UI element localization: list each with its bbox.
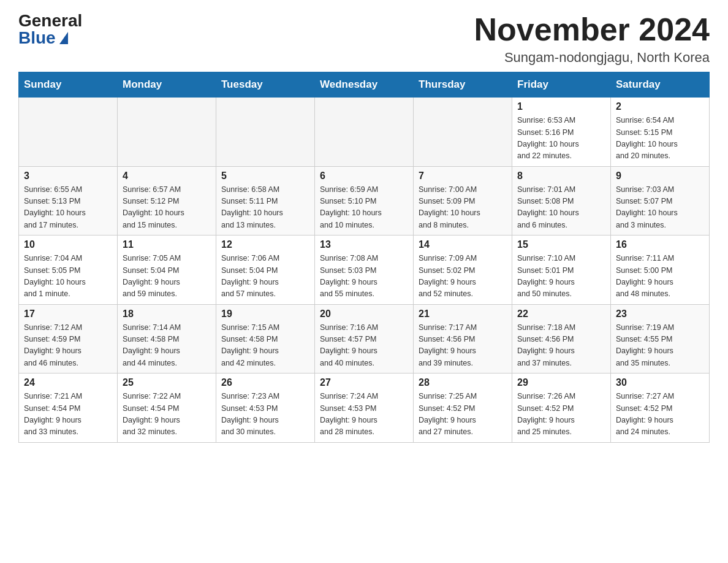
calendar-cell: 8Sunrise: 7:01 AMSunset: 5:08 PMDaylight… <box>512 166 611 236</box>
calendar-cell <box>315 98 414 167</box>
calendar-cell: 24Sunrise: 7:21 AMSunset: 4:54 PMDayligh… <box>19 373 118 443</box>
weekday-header-tuesday: Tuesday <box>216 72 315 98</box>
weekday-header-wednesday: Wednesday <box>315 72 414 98</box>
day-info: Sunrise: 7:08 AMSunset: 5:03 PMDaylight:… <box>320 253 408 301</box>
day-info: Sunrise: 6:59 AMSunset: 5:10 PMDaylight:… <box>320 184 408 232</box>
week-row-4: 17Sunrise: 7:12 AMSunset: 4:59 PMDayligh… <box>19 304 710 373</box>
calendar-cell: 26Sunrise: 7:23 AMSunset: 4:53 PMDayligh… <box>216 373 315 443</box>
day-info: Sunrise: 7:17 AMSunset: 4:56 PMDaylight:… <box>419 322 507 370</box>
day-info: Sunrise: 7:23 AMSunset: 4:53 PMDaylight:… <box>221 391 309 439</box>
day-number: 28 <box>419 377 507 388</box>
day-number: 7 <box>419 170 507 182</box>
calendar-cell: 16Sunrise: 7:11 AMSunset: 5:00 PMDayligh… <box>611 236 710 305</box>
day-info: Sunrise: 7:06 AMSunset: 5:04 PMDaylight:… <box>221 253 309 301</box>
calendar-cell: 5Sunrise: 6:58 AMSunset: 5:11 PMDaylight… <box>216 166 315 236</box>
day-number: 15 <box>517 239 605 250</box>
day-number: 29 <box>517 377 605 388</box>
calendar-cell: 3Sunrise: 6:55 AMSunset: 5:13 PMDaylight… <box>19 166 118 236</box>
day-number: 13 <box>320 239 408 250</box>
day-number: 6 <box>320 170 408 182</box>
day-number: 20 <box>320 308 408 320</box>
calendar-cell: 13Sunrise: 7:08 AMSunset: 5:03 PMDayligh… <box>315 236 414 305</box>
day-info: Sunrise: 7:04 AMSunset: 5:05 PMDaylight:… <box>24 253 112 301</box>
day-info: Sunrise: 6:53 AMSunset: 5:16 PMDaylight:… <box>517 115 605 163</box>
day-info: Sunrise: 7:09 AMSunset: 5:02 PMDaylight:… <box>419 253 507 301</box>
day-info: Sunrise: 7:01 AMSunset: 5:08 PMDaylight:… <box>517 184 605 232</box>
calendar-cell: 10Sunrise: 7:04 AMSunset: 5:05 PMDayligh… <box>19 236 118 305</box>
calendar-cell: 27Sunrise: 7:24 AMSunset: 4:53 PMDayligh… <box>315 373 414 443</box>
calendar-cell: 28Sunrise: 7:25 AMSunset: 4:52 PMDayligh… <box>414 373 512 443</box>
day-info: Sunrise: 7:18 AMSunset: 4:56 PMDaylight:… <box>517 322 605 370</box>
page-header: General Blue November 2024 Sungam-nodong… <box>18 12 710 66</box>
weekday-header-friday: Friday <box>512 72 611 98</box>
calendar-cell: 6Sunrise: 6:59 AMSunset: 5:10 PMDaylight… <box>315 166 414 236</box>
day-info: Sunrise: 7:14 AMSunset: 4:58 PMDaylight:… <box>123 322 211 370</box>
day-number: 25 <box>123 377 211 388</box>
day-number: 30 <box>616 377 704 388</box>
calendar-cell: 12Sunrise: 7:06 AMSunset: 5:04 PMDayligh… <box>216 236 315 305</box>
day-info: Sunrise: 7:24 AMSunset: 4:53 PMDaylight:… <box>320 391 408 439</box>
day-info: Sunrise: 7:11 AMSunset: 5:00 PMDaylight:… <box>616 253 704 301</box>
day-info: Sunrise: 7:15 AMSunset: 4:58 PMDaylight:… <box>221 322 309 370</box>
calendar-cell: 29Sunrise: 7:26 AMSunset: 4:52 PMDayligh… <box>512 373 611 443</box>
weekday-header-monday: Monday <box>118 72 216 98</box>
weekday-header-saturday: Saturday <box>611 72 710 98</box>
calendar-cell: 30Sunrise: 7:27 AMSunset: 4:52 PMDayligh… <box>611 373 710 443</box>
day-info: Sunrise: 7:05 AMSunset: 5:04 PMDaylight:… <box>123 253 211 301</box>
calendar-cell: 11Sunrise: 7:05 AMSunset: 5:04 PMDayligh… <box>118 236 216 305</box>
logo-triangle-icon <box>59 32 68 44</box>
day-number: 14 <box>419 239 507 250</box>
calendar-cell: 17Sunrise: 7:12 AMSunset: 4:59 PMDayligh… <box>19 304 118 373</box>
calendar-cell: 25Sunrise: 7:22 AMSunset: 4:54 PMDayligh… <box>118 373 216 443</box>
calendar-cell: 4Sunrise: 6:57 AMSunset: 5:12 PMDaylight… <box>118 166 216 236</box>
day-number: 12 <box>221 239 309 250</box>
calendar-cell: 1Sunrise: 6:53 AMSunset: 5:16 PMDaylight… <box>512 98 611 167</box>
logo-general-text: General <box>18 12 82 29</box>
calendar-table: SundayMondayTuesdayWednesdayThursdayFrid… <box>18 72 710 443</box>
calendar-cell: 23Sunrise: 7:19 AMSunset: 4:55 PMDayligh… <box>611 304 710 373</box>
day-number: 5 <box>221 170 309 182</box>
month-title: November 2024 <box>474 12 710 47</box>
day-info: Sunrise: 7:12 AMSunset: 4:59 PMDaylight:… <box>24 322 112 370</box>
calendar-cell: 18Sunrise: 7:14 AMSunset: 4:58 PMDayligh… <box>118 304 216 373</box>
day-info: Sunrise: 7:25 AMSunset: 4:52 PMDaylight:… <box>419 391 507 439</box>
calendar-cell: 20Sunrise: 7:16 AMSunset: 4:57 PMDayligh… <box>315 304 414 373</box>
week-row-5: 24Sunrise: 7:21 AMSunset: 4:54 PMDayligh… <box>19 373 710 443</box>
day-info: Sunrise: 6:54 AMSunset: 5:15 PMDaylight:… <box>616 115 704 163</box>
calendar-cell: 21Sunrise: 7:17 AMSunset: 4:56 PMDayligh… <box>414 304 512 373</box>
day-info: Sunrise: 7:03 AMSunset: 5:07 PMDaylight:… <box>616 184 704 232</box>
day-number: 23 <box>616 308 704 320</box>
calendar-cell <box>216 98 315 167</box>
day-number: 16 <box>616 239 704 250</box>
calendar-cell: 7Sunrise: 7:00 AMSunset: 5:09 PMDaylight… <box>414 166 512 236</box>
title-block: November 2024 Sungam-nodongjagu, North K… <box>474 12 710 66</box>
day-info: Sunrise: 7:00 AMSunset: 5:09 PMDaylight:… <box>419 184 507 232</box>
location-title: Sungam-nodongjagu, North Korea <box>474 50 710 66</box>
day-number: 18 <box>123 308 211 320</box>
day-info: Sunrise: 7:22 AMSunset: 4:54 PMDaylight:… <box>123 391 211 439</box>
day-number: 8 <box>517 170 605 182</box>
day-number: 2 <box>616 101 704 112</box>
day-number: 22 <box>517 308 605 320</box>
calendar-cell: 9Sunrise: 7:03 AMSunset: 5:07 PMDaylight… <box>611 166 710 236</box>
day-info: Sunrise: 7:27 AMSunset: 4:52 PMDaylight:… <box>616 391 704 439</box>
weekday-header-sunday: Sunday <box>19 72 118 98</box>
day-info: Sunrise: 6:55 AMSunset: 5:13 PMDaylight:… <box>24 184 112 232</box>
day-number: 21 <box>419 308 507 320</box>
day-number: 17 <box>24 308 112 320</box>
day-info: Sunrise: 7:16 AMSunset: 4:57 PMDaylight:… <box>320 322 408 370</box>
day-number: 1 <box>517 101 605 112</box>
calendar-cell: 22Sunrise: 7:18 AMSunset: 4:56 PMDayligh… <box>512 304 611 373</box>
logo-blue-text: Blue <box>18 29 68 47</box>
calendar-cell: 19Sunrise: 7:15 AMSunset: 4:58 PMDayligh… <box>216 304 315 373</box>
day-info: Sunrise: 7:19 AMSunset: 4:55 PMDaylight:… <box>616 322 704 370</box>
calendar-header-row: SundayMondayTuesdayWednesdayThursdayFrid… <box>19 72 710 98</box>
calendar-cell <box>118 98 216 167</box>
day-number: 10 <box>24 239 112 250</box>
day-info: Sunrise: 6:58 AMSunset: 5:11 PMDaylight:… <box>221 184 309 232</box>
day-info: Sunrise: 7:26 AMSunset: 4:52 PMDaylight:… <box>517 391 605 439</box>
day-number: 24 <box>24 377 112 388</box>
week-row-2: 3Sunrise: 6:55 AMSunset: 5:13 PMDaylight… <box>19 166 710 236</box>
calendar-cell <box>414 98 512 167</box>
day-number: 19 <box>221 308 309 320</box>
